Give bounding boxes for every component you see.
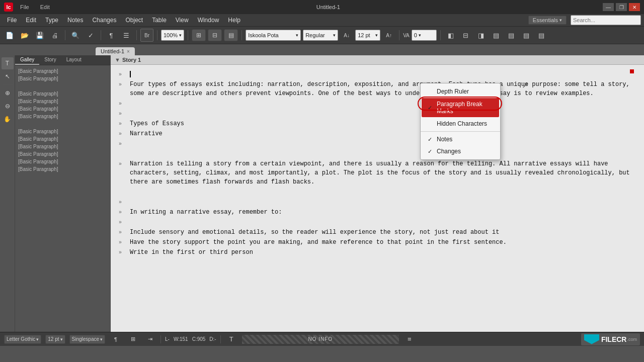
align-justify2-btn[interactable]: ▤ xyxy=(505,29,518,42)
paragraph-arrow xyxy=(119,189,127,196)
menu-object[interactable]: Object xyxy=(121,16,147,25)
align-button[interactable]: ☰ xyxy=(120,29,133,42)
paragraph-btn[interactable]: ¶ xyxy=(109,333,122,346)
tab-story[interactable]: Story xyxy=(39,55,61,65)
list-item[interactable]: [Basic Paragraph] xyxy=(15,158,110,165)
find-button[interactable]: 🔍 xyxy=(69,29,82,42)
align-justify3-btn[interactable]: ▤ xyxy=(520,29,533,42)
dropdown-item-notes[interactable]: Notes xyxy=(421,133,500,145)
list-item[interactable]: [Basic Paragraph] xyxy=(15,165,110,173)
bridge-button[interactable]: Br xyxy=(140,29,153,42)
menu-edit[interactable]: Edit xyxy=(22,16,40,25)
font-status-dropdown[interactable]: Letter Gothic ▾ xyxy=(4,335,41,344)
list-item[interactable]: [Basic Paragraph] xyxy=(15,135,110,143)
select-tool[interactable]: ↖ xyxy=(2,70,14,82)
type-tool[interactable]: T xyxy=(2,57,14,69)
story-text xyxy=(130,218,636,227)
separator-2 xyxy=(101,30,101,40)
dropdown-separator xyxy=(421,131,500,132)
dropdown-item-paragraph-break[interactable]: Paragraph Break Marks xyxy=(422,98,499,117)
list-item[interactable]: [Basic Paragraph] xyxy=(15,143,110,150)
menu-notes[interactable]: Notes xyxy=(63,16,87,25)
align-left-btn[interactable]: ◧ xyxy=(444,29,457,42)
font-style-dropdown[interactable]: Regular ▾ xyxy=(303,30,338,41)
story-text xyxy=(130,149,636,158)
save-button[interactable]: 💾 xyxy=(33,29,46,42)
menu-type[interactable]: Type xyxy=(41,16,62,25)
close-button[interactable]: ✕ xyxy=(629,3,640,11)
zoom-out-tool[interactable]: ⊖ xyxy=(2,100,14,112)
va-dropdown[interactable]: 0 ▾ xyxy=(412,30,437,41)
list-item[interactable]: [Basic Paragraph] xyxy=(15,75,110,82)
align-justify4-btn[interactable]: ▤ xyxy=(535,29,548,42)
dropdown-item-depth-ruler[interactable]: Depth Ruler xyxy=(421,85,500,98)
new-button[interactable]: 📄 xyxy=(3,29,16,42)
restore-button[interactable]: ❐ xyxy=(616,3,627,11)
font-size-decrease[interactable]: A↓ xyxy=(340,29,353,42)
status-l: L- xyxy=(165,336,170,342)
font-size-dropdown[interactable]: 12 pt ▾ xyxy=(355,30,380,41)
story-line: » Write in the first or third person xyxy=(119,248,636,257)
list-item[interactable]: [Basic Paragraph] xyxy=(15,90,110,98)
menu-edit[interactable]: Edit xyxy=(36,3,54,11)
menu-changes[interactable]: Changes xyxy=(88,16,120,25)
title-bar-title: Untitled-1 xyxy=(316,4,340,10)
filecr-icon xyxy=(584,334,599,344)
dropdown-item-hidden-chars[interactable]: Hidden Characters xyxy=(421,118,500,130)
view-mode-btn-2[interactable]: ⊟ xyxy=(208,29,222,41)
status-c: C:905 xyxy=(192,336,206,342)
menu-window[interactable]: Window xyxy=(194,16,223,25)
story-text xyxy=(130,70,636,79)
tab-layout[interactable]: Layout xyxy=(61,55,87,65)
menu-table[interactable]: Table xyxy=(148,16,171,25)
story-line xyxy=(119,149,636,158)
options-btn[interactable]: ≡ xyxy=(403,333,416,346)
search-input[interactable] xyxy=(571,15,641,25)
check-button[interactable]: ✓ xyxy=(84,29,97,42)
story-panel[interactable]: ▼ Story 1 » » Four types of essays exist… xyxy=(111,55,644,332)
tab-galley[interactable]: Galley xyxy=(15,55,39,65)
list-item[interactable]: [Basic Paragraph] xyxy=(15,105,110,113)
font-size-increase[interactable]: A↑ xyxy=(382,29,395,42)
minimize-button[interactable]: — xyxy=(603,3,614,11)
list-item[interactable]: [Basic Paragraph] xyxy=(15,67,110,75)
spacing-status-dropdown[interactable]: Singlespace ▾ xyxy=(69,335,105,344)
align-justify-btn[interactable]: ▤ xyxy=(490,29,503,42)
story-line: » xyxy=(119,198,636,207)
align-right-btn[interactable]: ◨ xyxy=(474,29,488,42)
toolbar: 📄 📂 💾 🖨 🔍 ✓ ¶ ☰ Br 100% ▾ ⊞ ⊟ ▤ Iskoola … xyxy=(0,26,644,44)
paragraph-arrow: » xyxy=(119,81,127,88)
dropdown-item-changes[interactable]: Changes xyxy=(421,145,500,157)
indent-btn[interactable]: ⇥ xyxy=(143,333,156,346)
menu-file[interactable]: File xyxy=(16,3,33,11)
doc-tab-bar: Untitled-1 × xyxy=(0,44,644,55)
zoom-in-tool[interactable]: ⊕ xyxy=(2,87,14,99)
list-item[interactable]: [Basic Paragraph] xyxy=(15,128,110,135)
print-button[interactable]: 🖨 xyxy=(48,29,61,42)
zoom-dropdown[interactable]: 100% ▾ xyxy=(161,30,184,41)
open-button[interactable]: 📂 xyxy=(18,29,31,42)
menu-view[interactable]: View xyxy=(172,16,193,25)
font-name-dropdown[interactable]: Iskoola Pota ▾ xyxy=(246,30,301,41)
essentials-button[interactable]: Essentials ▾ xyxy=(528,16,567,25)
list-item[interactable]: [Basic Paragraph] xyxy=(15,98,110,105)
story-line: » In writing a narrative essay, remember… xyxy=(119,208,636,217)
story-header: ▼ Story 1 xyxy=(111,55,644,65)
size-status-dropdown[interactable]: 12 pt ▾ xyxy=(45,335,65,344)
view-mode-btn-1[interactable]: ⊞ xyxy=(192,29,206,41)
menu-file[interactable]: File xyxy=(3,16,21,25)
list-item[interactable]: [Basic Paragraph] xyxy=(15,150,110,158)
view-mode-btn-3[interactable]: ▤ xyxy=(224,29,238,41)
list-item xyxy=(15,82,110,90)
doc-tab[interactable]: Untitled-1 × xyxy=(96,47,135,55)
doc-tab-close[interactable]: × xyxy=(127,49,130,54)
pilcrow-button[interactable]: ¶ xyxy=(105,29,118,42)
hand-tool[interactable]: ✋ xyxy=(2,113,14,125)
list-item[interactable]: [Basic Paragraph] xyxy=(15,113,110,120)
align-center-btn[interactable]: ⊟ xyxy=(459,29,472,42)
check-changes xyxy=(428,148,434,155)
text-icon-btn[interactable]: T xyxy=(225,333,238,346)
menu-help[interactable]: Help xyxy=(224,16,245,25)
filecr-domain: .com xyxy=(627,337,637,342)
columns-btn[interactable]: ⊞ xyxy=(126,333,139,346)
